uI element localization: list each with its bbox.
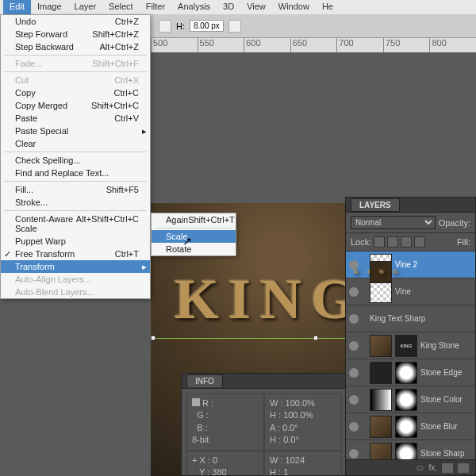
height-label: H: bbox=[176, 21, 185, 31]
menu-item-free-transform[interactable]: Free TransformCtrl+T bbox=[1, 248, 150, 260]
layer-row[interactable]: KINGKing Stone bbox=[346, 332, 475, 359]
menu-separator bbox=[4, 71, 147, 72]
menu-view[interactable]: View bbox=[240, 0, 272, 14]
layer-thumbnail[interactable]: KING bbox=[370, 261, 392, 283]
menu-3d[interactable]: 3D bbox=[217, 0, 240, 14]
menu-separator bbox=[4, 181, 147, 182]
visibility-eye-icon[interactable] bbox=[349, 395, 359, 405]
layer-thumbnail[interactable] bbox=[370, 335, 392, 357]
layer-thumbnail[interactable] bbox=[370, 281, 392, 303]
menu-window[interactable]: Window bbox=[272, 0, 316, 14]
fx-icon[interactable]: fx. bbox=[428, 463, 437, 472]
submenu-item-scale[interactable]: Scale bbox=[152, 230, 236, 243]
layer-name[interactable]: Stone Sharp bbox=[420, 449, 472, 458]
visibility-eye-icon[interactable] bbox=[349, 449, 359, 459]
info-tab[interactable]: INFO bbox=[186, 374, 223, 387]
visibility-eye-icon[interactable] bbox=[349, 287, 359, 297]
layer-name[interactable]: Stone Blur bbox=[420, 422, 472, 431]
info-panel[interactable]: INFO R : G : B :8-bit W : 100.0% H : 100… bbox=[181, 373, 347, 476]
layer-row[interactable]: Stone Edge bbox=[346, 359, 475, 386]
visibility-eye-icon[interactable] bbox=[349, 422, 359, 432]
menu-item-stroke-[interactable]: Stroke... bbox=[1, 196, 150, 209]
wh-readout: W : 1024 H : 1 bbox=[264, 451, 342, 476]
link-icon[interactable] bbox=[228, 20, 241, 33]
layer-name[interactable]: Vine 2 bbox=[395, 260, 472, 269]
lock-position-icon[interactable] bbox=[401, 236, 412, 248]
menu-separator bbox=[4, 152, 147, 152]
layer-mask-thumbnail[interactable] bbox=[395, 416, 417, 438]
layer-row[interactable]: Vine bbox=[346, 278, 475, 305]
menu-item-cut: CutCtrl+X bbox=[1, 74, 150, 86]
lock-pixels-icon[interactable] bbox=[387, 236, 398, 248]
opacity-label: Opacity: bbox=[439, 218, 470, 228]
rgb-readout: R : G : B :8-bit bbox=[186, 393, 264, 451]
transform-handle[interactable] bbox=[313, 336, 318, 340]
layers-panel[interactable]: LAYERS Normal Opacity: Lock: Fill: Vine … bbox=[345, 197, 476, 476]
layers-tab[interactable]: LAYERS bbox=[351, 198, 400, 212]
menu-image[interactable]: Image bbox=[31, 0, 68, 14]
layer-thumbnail[interactable] bbox=[370, 389, 392, 411]
lock-all-icon[interactable] bbox=[414, 236, 425, 248]
layer-name[interactable]: Vine bbox=[395, 287, 472, 296]
visibility-eye-icon[interactable] bbox=[349, 314, 359, 324]
layer-list: Vine 2VineKINGKing Text SharpKINGKing St… bbox=[346, 251, 475, 467]
layer-mask-thumbnail[interactable] bbox=[395, 362, 417, 384]
transform-handle[interactable] bbox=[151, 336, 155, 340]
eyedropper-icon bbox=[192, 398, 200, 406]
layer-thumbnail[interactable] bbox=[370, 416, 392, 438]
submenu-item-again[interactable]: AgainShift+Ctrl+T bbox=[152, 213, 236, 226]
folder-icon[interactable] bbox=[458, 463, 469, 473]
mask-icon[interactable] bbox=[442, 463, 453, 473]
visibility-eye-icon[interactable] bbox=[349, 260, 359, 270]
menu-item-find-and-replace-text-[interactable]: Find and Replace Text... bbox=[1, 167, 150, 179]
menu-layer[interactable]: Layer bbox=[68, 0, 103, 14]
visibility-eye-icon[interactable] bbox=[349, 341, 359, 351]
menu-item-clear[interactable]: Clear bbox=[1, 137, 150, 150]
fill-label: Fill: bbox=[457, 237, 470, 247]
menu-item-check-spelling-[interactable]: Check Spelling... bbox=[1, 154, 150, 167]
menu-item-paste-special[interactable]: Paste Special▸ bbox=[1, 125, 150, 137]
menu-item-content-aware-scale[interactable]: Content-Aware ScaleAlt+Shift+Ctrl+C bbox=[1, 213, 150, 235]
layer-thumbnail[interactable] bbox=[370, 362, 392, 384]
menu-separator bbox=[4, 55, 147, 56]
layer-row[interactable]: KINGKing Text Sharp bbox=[346, 305, 475, 332]
link-layers-icon[interactable]: ⬭ bbox=[416, 463, 424, 473]
menubar: EditImageLayerSelectFilterAnalysis3DView… bbox=[0, 0, 476, 14]
menu-edit[interactable]: Edit bbox=[3, 0, 31, 14]
menu-item-paste[interactable]: PasteCtrl+V bbox=[1, 112, 150, 125]
menu-item-auto-align-layers-: Auto-Align Layers... bbox=[1, 273, 150, 286]
blend-mode-select[interactable]: Normal bbox=[351, 216, 436, 229]
menu-item-step-forward[interactable]: Step ForwardShift+Ctrl+Z bbox=[1, 28, 150, 40]
visibility-eye-icon[interactable] bbox=[349, 368, 359, 378]
menu-item-undo[interactable]: UndoCtrl+Z bbox=[1, 15, 150, 28]
lock-label: Lock: bbox=[351, 237, 371, 247]
xy-readout: + X : 0 Y : 380 bbox=[186, 451, 264, 476]
menu-item-step-backward[interactable]: Step BackwardAlt+Ctrl+Z bbox=[1, 40, 150, 53]
layer-name[interactable]: Stone Color bbox=[420, 395, 472, 404]
layer-name[interactable]: Stone Edge bbox=[420, 368, 472, 377]
menu-item-copy-merged[interactable]: Copy MergedShift+Ctrl+C bbox=[1, 99, 150, 112]
tool-icon[interactable] bbox=[159, 20, 171, 33]
menu-item-fill-[interactable]: Fill...Shift+F5 bbox=[1, 183, 150, 196]
menu-item-transform[interactable]: Transform▸ bbox=[1, 260, 150, 273]
layer-name[interactable]: King Text Sharp bbox=[370, 314, 472, 323]
menu-select[interactable]: Select bbox=[102, 0, 140, 14]
layer-mask-thumbnail[interactable] bbox=[395, 389, 417, 411]
menu-he[interactable]: He bbox=[316, 0, 340, 14]
lock-transparency-icon[interactable] bbox=[374, 236, 385, 248]
layer-row[interactable]: Stone Color bbox=[346, 386, 475, 413]
layer-row[interactable]: Stone Blur bbox=[346, 413, 475, 440]
submenu-item-rotate[interactable]: Rotate bbox=[152, 243, 236, 255]
edit-menu[interactable]: UndoCtrl+ZStep ForwardShift+Ctrl+ZStep B… bbox=[0, 14, 151, 299]
ruler: 500550600650700750800 bbox=[151, 38, 476, 52]
menu-filter[interactable]: Filter bbox=[140, 0, 171, 14]
layer-name[interactable]: King Stone bbox=[420, 341, 472, 350]
menu-analysis[interactable]: Analysis bbox=[171, 0, 217, 14]
menu-item-copy[interactable]: CopyCtrl+C bbox=[1, 86, 150, 99]
cursor-icon bbox=[182, 235, 192, 248]
transform-submenu[interactable]: AgainShift+Ctrl+TScaleRotate bbox=[151, 213, 236, 256]
layer-mask-thumbnail[interactable]: KING bbox=[395, 335, 417, 357]
height-field[interactable]: 8.00 px bbox=[190, 20, 224, 32]
menu-item-puppet-warp[interactable]: Puppet Warp bbox=[1, 235, 150, 248]
menu-item-fade-: Fade...Shift+Ctrl+F bbox=[1, 57, 150, 70]
